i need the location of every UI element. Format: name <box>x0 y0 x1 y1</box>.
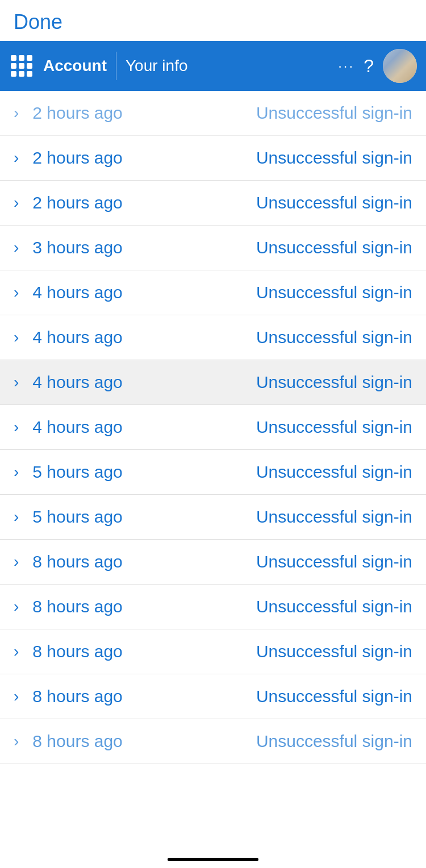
status-label: Unsuccessful sign-in <box>256 597 412 616</box>
status-label: Unsuccessful sign-in <box>256 552 412 571</box>
list-item[interactable]: ›4 hours agoUnsuccessful sign-in <box>0 270 426 315</box>
time-label: 5 hours ago <box>32 462 256 482</box>
grid-icon[interactable] <box>9 53 34 78</box>
time-label: 8 hours ago <box>32 687 256 706</box>
list-item[interactable]: ›2 hours agoUnsuccessful sign-in <box>0 136 426 181</box>
list-item[interactable]: ›8 hours agoUnsuccessful sign-in <box>0 719 426 764</box>
chevron-icon: › <box>14 328 19 347</box>
nav-divider <box>116 52 116 80</box>
status-label: Unsuccessful sign-in <box>256 462 412 482</box>
status-label: Unsuccessful sign-in <box>256 687 412 706</box>
status-label: Unsuccessful sign-in <box>256 238 412 257</box>
home-indicator <box>168 858 258 861</box>
time-label: 4 hours ago <box>32 328 256 347</box>
status-label: Unsuccessful sign-in <box>256 148 412 168</box>
chevron-icon: › <box>14 642 19 661</box>
nav-ellipsis[interactable]: ··· <box>338 58 354 74</box>
chevron-icon: › <box>14 553 19 571</box>
list-item[interactable]: ›5 hours agoUnsuccessful sign-in <box>0 450 426 495</box>
time-label: 8 hours ago <box>32 552 256 571</box>
list-item[interactable]: ›8 hours agoUnsuccessful sign-in <box>0 629 426 674</box>
top-bar: Done <box>0 0 426 41</box>
list-item[interactable]: ›4 hours agoUnsuccessful sign-in <box>0 405 426 450</box>
time-label: 2 hours ago <box>32 193 256 212</box>
chevron-icon: › <box>14 283 19 302</box>
chevron-icon: › <box>14 418 19 436</box>
list-item[interactable]: ›2 hours agoUnsuccessful sign-in <box>0 91 426 136</box>
time-label: 4 hours ago <box>32 283 256 302</box>
chevron-icon: › <box>14 104 19 122</box>
status-label: Unsuccessful sign-in <box>256 193 412 212</box>
nav-account-label[interactable]: Account <box>43 57 107 75</box>
avatar[interactable] <box>383 49 417 83</box>
chevron-icon: › <box>14 149 19 167</box>
chevron-icon: › <box>14 373 19 391</box>
status-label: Unsuccessful sign-in <box>256 283 412 302</box>
nav-bar: Account Your info ··· ? <box>0 41 426 91</box>
nav-help-icon[interactable]: ? <box>364 56 374 77</box>
status-label: Unsuccessful sign-in <box>256 373 412 392</box>
status-label: Unsuccessful sign-in <box>256 418 412 437</box>
list-item[interactable]: ›2 hours agoUnsuccessful sign-in <box>0 181 426 226</box>
list-item[interactable]: ›8 hours agoUnsuccessful sign-in <box>0 674 426 719</box>
chevron-icon: › <box>14 687 19 706</box>
chevron-icon: › <box>14 508 19 526</box>
done-button[interactable]: Done <box>14 10 62 34</box>
chevron-icon: › <box>14 463 19 481</box>
time-label: 2 hours ago <box>32 103 256 123</box>
time-label: 5 hours ago <box>32 507 256 527</box>
status-label: Unsuccessful sign-in <box>256 103 412 123</box>
avatar-image <box>383 49 417 83</box>
time-label: 8 hours ago <box>32 732 256 751</box>
nav-your-info-label[interactable]: Your info <box>126 57 329 75</box>
chevron-icon: › <box>14 732 19 750</box>
chevron-icon: › <box>14 598 19 616</box>
status-label: Unsuccessful sign-in <box>256 328 412 347</box>
list-item[interactable]: ›8 hours agoUnsuccessful sign-in <box>0 585 426 629</box>
status-label: Unsuccessful sign-in <box>256 732 412 751</box>
time-label: 8 hours ago <box>32 642 256 661</box>
status-label: Unsuccessful sign-in <box>256 642 412 661</box>
list-item[interactable]: ›5 hours agoUnsuccessful sign-in <box>0 495 426 540</box>
status-label: Unsuccessful sign-in <box>256 507 412 527</box>
time-label: 3 hours ago <box>32 238 256 257</box>
time-label: 2 hours ago <box>32 148 256 168</box>
chevron-icon: › <box>14 194 19 212</box>
time-label: 4 hours ago <box>32 373 256 392</box>
time-label: 4 hours ago <box>32 418 256 437</box>
list-item[interactable]: ›3 hours agoUnsuccessful sign-in <box>0 226 426 270</box>
sign-in-activity-list: ›2 hours agoUnsuccessful sign-in›2 hours… <box>0 91 426 764</box>
time-label: 8 hours ago <box>32 597 256 616</box>
chevron-icon: › <box>14 239 19 257</box>
list-item[interactable]: ›4 hours agoUnsuccessful sign-in <box>0 360 426 405</box>
list-item[interactable]: ›8 hours agoUnsuccessful sign-in <box>0 540 426 585</box>
list-item[interactable]: ›4 hours agoUnsuccessful sign-in <box>0 315 426 360</box>
